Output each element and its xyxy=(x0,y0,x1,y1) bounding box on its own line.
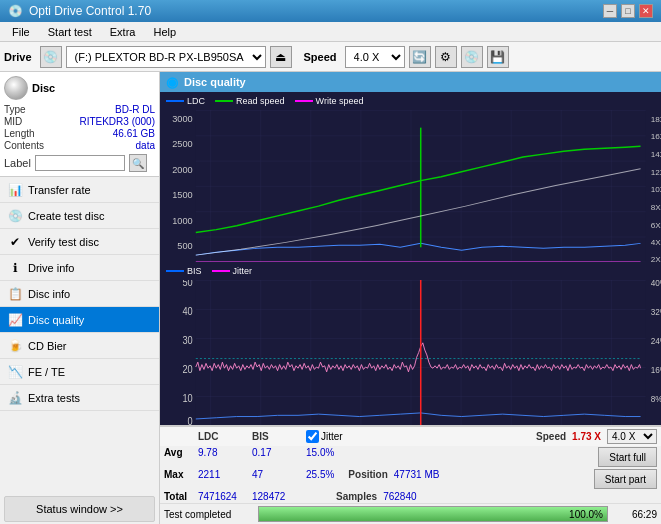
nav-drive-info[interactable]: ℹ Drive info xyxy=(0,255,159,281)
samples-value: 762840 xyxy=(383,491,416,502)
charts-area: LDC Read speed Write speed xyxy=(160,92,661,425)
disc-length-value: 46.61 GB xyxy=(113,128,155,139)
stats-avg-row: Avg 9.78 0.17 15.0% Start full xyxy=(160,446,661,468)
disc-section-title: Disc xyxy=(32,82,55,94)
menu-bar: File Start test Extra Help xyxy=(0,22,661,42)
svg-text:12X: 12X xyxy=(651,168,661,177)
nav-cd-bier[interactable]: 🍺 CD Bier xyxy=(0,333,159,359)
maximize-button[interactable]: □ xyxy=(621,4,635,18)
disc-contents-label: Contents xyxy=(4,140,44,151)
avg-ldc: 9.78 xyxy=(198,447,246,467)
menu-start-test[interactable]: Start test xyxy=(40,24,100,40)
nav-disc-info-label: Disc info xyxy=(28,288,70,300)
svg-text:2500: 2500 xyxy=(172,139,192,149)
nav-verify-test-label: Verify test disc xyxy=(28,236,99,248)
nav-transfer-rate[interactable]: 📊 Transfer rate xyxy=(0,177,159,203)
jitter-header: Jitter xyxy=(321,431,343,442)
read-speed-label: Read speed xyxy=(236,96,285,106)
drive-icon-button[interactable]: 💿 xyxy=(40,46,62,68)
total-label: Total xyxy=(164,491,192,502)
ldc-label: LDC xyxy=(187,96,205,106)
write-color xyxy=(295,100,313,102)
svg-text:500: 500 xyxy=(177,241,192,251)
transfer-rate-icon: 📊 xyxy=(8,183,22,197)
label-edit-button[interactable]: 🔍 xyxy=(129,154,147,172)
nav-transfer-rate-label: Transfer rate xyxy=(28,184,91,196)
disc-label-input[interactable] xyxy=(35,155,125,171)
progress-text: 100.0% xyxy=(569,507,603,523)
close-button[interactable]: ✕ xyxy=(639,4,653,18)
disc-info-icon: 📋 xyxy=(8,287,22,301)
max-bis: 47 xyxy=(252,469,300,489)
top-chart-svg: 3000 2500 2000 1500 1000 500 18X 16X 14X… xyxy=(160,110,661,262)
bottom-chart-svg: 50 40 30 20 10 0 40% 32% 24% 16% 8% 0 5 … xyxy=(160,280,661,425)
settings-button[interactable]: ⚙ xyxy=(435,46,457,68)
disc-mid-row: MID RITEKDR3 (000) xyxy=(4,116,155,127)
svg-text:10X: 10X xyxy=(651,186,661,195)
disc-mid-value: RITEKDR3 (000) xyxy=(79,116,155,127)
speed-dropdown[interactable]: 4.0 X xyxy=(607,429,657,444)
nav-disc-info[interactable]: 📋 Disc info xyxy=(0,281,159,307)
disc-quality-icon: 📈 xyxy=(8,313,22,327)
disc-button[interactable]: 💿 xyxy=(461,46,483,68)
progress-bar-fill xyxy=(259,507,607,521)
minimize-button[interactable]: ─ xyxy=(603,4,617,18)
stats-max-row: Max 2211 47 25.5% Position 47731 MB Star… xyxy=(160,468,661,490)
sidebar: Disc Type BD-R DL MID RITEKDR3 (000) Len… xyxy=(0,72,160,524)
drive-label: Drive xyxy=(4,51,32,63)
cd-bier-icon: 🍺 xyxy=(8,339,22,353)
toolbar: Drive 💿 (F:) PLEXTOR BD-R PX-LB950SA 1.0… xyxy=(0,42,661,72)
time-value: 66:29 xyxy=(612,509,657,520)
bottom-bar: LDC BIS Jitter Speed 1.73 X 4.0 X Avg 9.… xyxy=(160,425,661,524)
status-text: Test completed xyxy=(164,509,254,520)
nav-disc-quality[interactable]: 📈 Disc quality xyxy=(0,307,159,333)
eject-button[interactable]: ⏏ xyxy=(270,46,292,68)
svg-text:8X: 8X xyxy=(651,203,661,212)
read-speed-legend: Read speed xyxy=(215,96,285,106)
disc-contents-value: data xyxy=(136,140,155,151)
bis-header: BIS xyxy=(252,431,300,442)
speed-value: 1.73 X xyxy=(572,431,601,442)
svg-text:14X: 14X xyxy=(651,150,661,159)
jitter-color xyxy=(212,270,230,272)
create-test-icon: 💿 xyxy=(8,209,22,223)
speed-select[interactable]: 4.0 X xyxy=(345,46,405,68)
disc-mid-label: MID xyxy=(4,116,22,127)
jitter-checkbox[interactable] xyxy=(306,430,319,443)
drive-select[interactable]: (F:) PLEXTOR BD-R PX-LB950SA 1.06 xyxy=(66,46,266,68)
save-button[interactable]: 💾 xyxy=(487,46,509,68)
svg-text:10: 10 xyxy=(182,392,193,404)
menu-file[interactable]: File xyxy=(4,24,38,40)
nav-fe-te[interactable]: 📉 FE / TE xyxy=(0,359,159,385)
svg-text:8%: 8% xyxy=(651,393,661,404)
menu-extra[interactable]: Extra xyxy=(102,24,144,40)
svg-text:32%: 32% xyxy=(651,306,661,317)
fe-te-icon: 📉 xyxy=(8,365,22,379)
nav-create-test-disc[interactable]: 💿 Create test disc xyxy=(0,203,159,229)
status-window-label: Status window >> xyxy=(36,503,123,515)
disc-type-label: Type xyxy=(4,104,26,115)
max-jitter: 25.5% xyxy=(306,469,334,489)
nav-extra-tests[interactable]: 🔬 Extra tests xyxy=(0,385,159,411)
svg-text:40: 40 xyxy=(182,305,193,317)
write-speed-legend: Write speed xyxy=(295,96,364,106)
jitter-legend: Jitter xyxy=(212,266,253,276)
jitter-checkbox-label[interactable]: Jitter xyxy=(306,430,343,443)
max-label: Max xyxy=(164,469,192,489)
svg-text:3000: 3000 xyxy=(172,114,192,124)
start-part-button[interactable]: Start part xyxy=(594,469,657,489)
bottom-chart-legend: BIS Jitter xyxy=(160,262,661,280)
status-window-button[interactable]: Status window >> xyxy=(4,496,155,522)
speed-label: Speed xyxy=(304,51,337,63)
svg-text:18X: 18X xyxy=(651,115,661,124)
bottom-chart: BIS Jitter xyxy=(160,262,661,425)
start-full-button[interactable]: Start full xyxy=(598,447,657,467)
app-icon: 💿 xyxy=(8,4,23,18)
refresh-button[interactable]: 🔄 xyxy=(409,46,431,68)
disc-panel: Disc Type BD-R DL MID RITEKDR3 (000) Len… xyxy=(0,72,159,177)
menu-help[interactable]: Help xyxy=(145,24,184,40)
nav-verify-test-disc[interactable]: ✔ Verify test disc xyxy=(0,229,159,255)
app-title: Opti Drive Control 1.70 xyxy=(29,4,151,18)
disc-length-label: Length xyxy=(4,128,35,139)
svg-text:1500: 1500 xyxy=(172,190,192,200)
